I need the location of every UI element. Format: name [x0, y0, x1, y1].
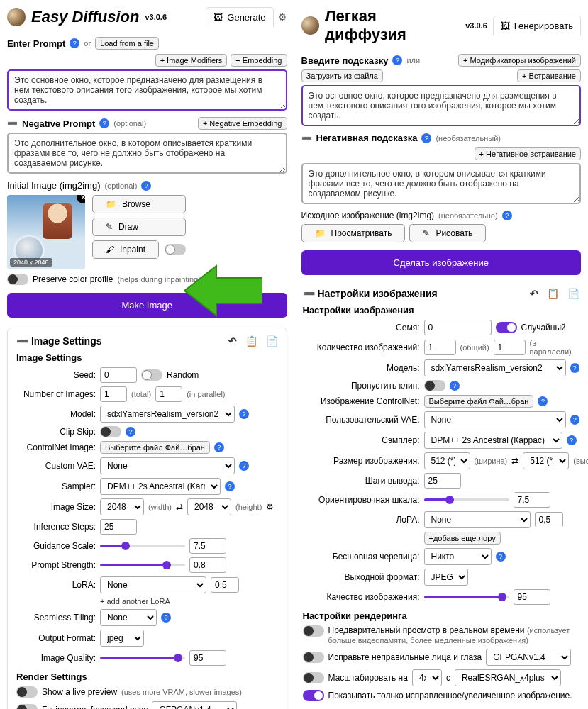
pstrength-slider[interactable]	[100, 564, 185, 566]
help-icon[interactable]: ?	[99, 118, 109, 128]
tab-generate[interactable]: 🖼Генерировать	[493, 16, 581, 35]
help-icon[interactable]: ?	[450, 381, 460, 391]
gear-icon[interactable]: ⚙	[278, 11, 287, 23]
seed-input[interactable]	[424, 320, 492, 335]
collapse-icon[interactable]: ➖	[16, 335, 28, 347]
draw-button[interactable]: ✎Draw	[92, 218, 186, 236]
help-icon[interactable]: ?	[567, 435, 577, 445]
help-icon[interactable]: ?	[392, 55, 402, 65]
preserve-color-toggle[interactable]	[7, 274, 28, 285]
total-input[interactable]	[100, 386, 127, 402]
lora-weight-input[interactable]	[211, 577, 239, 593]
clipskip-toggle[interactable]	[100, 426, 121, 437]
model-select[interactable]: sdxlYamersRealism_version2	[100, 406, 235, 423]
fix-faces-select[interactable]: GFPGANv1.4	[486, 649, 571, 666]
total-input[interactable]	[424, 340, 456, 355]
neg-embedding-button[interactable]: + Негативное встраивание	[475, 147, 581, 160]
fix-faces-toggle[interactable]	[16, 704, 38, 709]
inpaint-button[interactable]: 🖌Inpaint	[92, 240, 159, 259]
collapse-icon[interactable]: ➖	[303, 288, 315, 299]
help-icon[interactable]: ?	[570, 363, 579, 373]
collapse-icon[interactable]: ➖	[301, 133, 312, 143]
lora-select[interactable]: None	[100, 576, 206, 593]
close-icon[interactable]: ✕	[77, 195, 85, 203]
draw-button[interactable]: ✎Рисовать	[409, 224, 486, 242]
add-lora-button[interactable]: +добавь еще лору	[424, 532, 501, 545]
tiling-select[interactable]: Никто	[424, 548, 492, 565]
make-image-button[interactable]: Сделать изображение	[301, 250, 582, 275]
fix-faces-toggle[interactable]	[303, 652, 324, 663]
vae-select[interactable]: None	[424, 411, 566, 428]
live-preview-toggle[interactable]	[16, 686, 38, 698]
steps-input[interactable]	[424, 473, 461, 489]
embedding-button[interactable]: + Встраивание	[517, 69, 581, 82]
width-select[interactable]: 2048	[100, 498, 144, 515]
upscale-toggle[interactable]	[303, 672, 324, 683]
clipboard-icon[interactable]: 📋	[245, 335, 257, 347]
gscale-slider[interactable]	[424, 498, 509, 501]
help-icon[interactable]: ?	[239, 461, 249, 471]
format-select[interactable]: JPEG	[424, 569, 468, 586]
settings-icon[interactable]: ⚙	[266, 502, 274, 512]
gscale-input[interactable]	[189, 538, 226, 554]
width-select[interactable]: 512 (*)	[424, 452, 470, 469]
help-icon[interactable]: ?	[214, 442, 224, 452]
upscale-factor-select[interactable]: 4x	[412, 669, 442, 686]
live-preview-toggle[interactable]	[303, 625, 324, 637]
gscale-slider[interactable]	[100, 545, 185, 547]
seed-input[interactable]	[100, 367, 137, 383]
browse-button[interactable]: 📁Просматривать	[301, 224, 406, 242]
controlnet-file-button[interactable]: Выберите файл Фай…бран	[424, 395, 534, 408]
quality-input[interactable]	[189, 650, 226, 666]
help-icon[interactable]: ?	[161, 613, 171, 623]
only-corrected-toggle[interactable]	[303, 690, 324, 701]
add-lora-link[interactable]: + add another LoRA	[100, 597, 170, 605]
upscale-model-select[interactable]: RealESRGAN_x4plus	[455, 669, 561, 686]
help-icon[interactable]: ?	[70, 38, 79, 48]
clipboard-icon[interactable]: 📋	[547, 288, 559, 299]
inpaint-toggle[interactable]	[165, 244, 186, 255]
browse-button[interactable]: 📁Browse	[92, 195, 186, 213]
help-icon[interactable]: ?	[421, 133, 431, 143]
fix-faces-select[interactable]: GFPGANv1.4	[152, 701, 237, 709]
undo-icon[interactable]: ↶	[228, 335, 237, 347]
undo-icon[interactable]: ↶	[530, 288, 538, 299]
parallel-input[interactable]	[494, 340, 526, 355]
help-icon[interactable]: ?	[538, 396, 548, 406]
embedding-button[interactable]: + Embedding	[231, 54, 287, 67]
initial-image-preview[interactable]: 2048 x 2048 ✕	[7, 195, 85, 269]
paste-icon[interactable]: 📄	[266, 335, 278, 347]
help-icon[interactable]: ?	[239, 409, 249, 419]
lora-weight-input[interactable]	[535, 512, 563, 527]
make-image-button[interactable]: Make Image	[7, 293, 287, 318]
sampler-select[interactable]: DPM++ 2s Ancestral (Karras)	[100, 478, 221, 495]
help-icon[interactable]: ?	[141, 181, 151, 191]
image-modifiers-button[interactable]: + Image Modifiers	[155, 54, 228, 67]
clipskip-toggle[interactable]	[424, 380, 445, 391]
parallel-input[interactable]	[155, 386, 182, 402]
help-icon[interactable]: ?	[570, 415, 579, 425]
height-select[interactable]: 512 (*)	[523, 452, 569, 469]
lora-select[interactable]: None	[424, 511, 531, 528]
tiling-select[interactable]: None	[100, 609, 157, 626]
tab-generate[interactable]: 🖼Generate	[206, 7, 273, 27]
prompt-input[interactable]: Это основное окно, которое предназначено…	[301, 85, 582, 126]
help-icon[interactable]: ?	[126, 427, 135, 437]
quality-input[interactable]	[514, 589, 550, 605]
quality-slider[interactable]	[100, 657, 185, 659]
paste-icon[interactable]: 📄	[567, 288, 579, 299]
swap-icon[interactable]: ⇄	[511, 456, 518, 466]
height-select[interactable]: 2048	[187, 498, 231, 515]
pstrength-input[interactable]	[189, 557, 226, 573]
sampler-select[interactable]: DPM++ 2s Ancestral (Каррас)	[424, 432, 562, 449]
steps-input[interactable]	[100, 519, 137, 535]
random-toggle[interactable]	[496, 322, 517, 333]
negative-prompt-input[interactable]: Это дополнительное окно, в котором описы…	[301, 163, 582, 204]
help-icon[interactable]: ?	[496, 552, 506, 562]
format-select[interactable]: jpeg	[100, 630, 144, 647]
gscale-input[interactable]	[514, 492, 550, 508]
random-toggle[interactable]	[141, 369, 162, 381]
load-file-button[interactable]: Load from a file	[95, 37, 159, 50]
controlnet-file-button[interactable]: Выберите файл Фай…бран	[100, 441, 210, 454]
prompt-input[interactable]: Это основное окно, которое предназначено…	[7, 69, 287, 111]
